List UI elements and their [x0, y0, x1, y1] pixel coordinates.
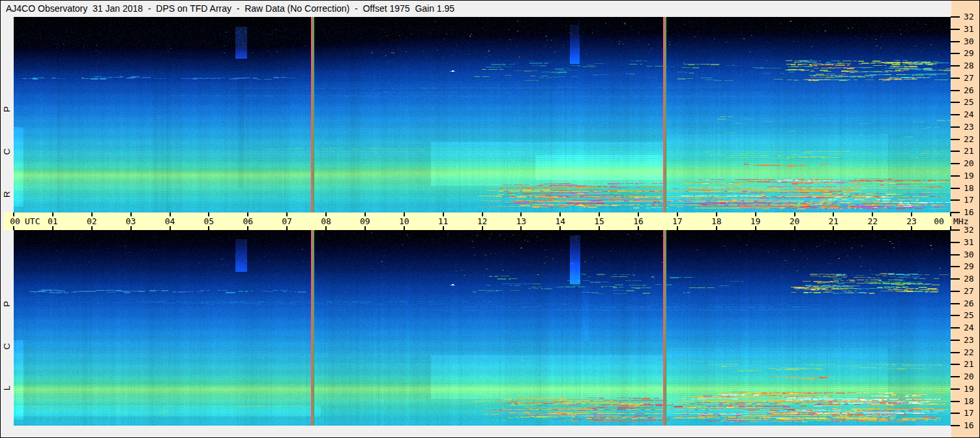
- freq-label: 30: [964, 36, 974, 46]
- freq-tick: [951, 102, 960, 103]
- hour-label: 15: [594, 216, 604, 226]
- hour-tick: [833, 226, 834, 230]
- freq-label: 32: [964, 12, 974, 22]
- hour-tick: [208, 226, 209, 230]
- hour-tick: [911, 226, 912, 230]
- lcp-spectrogram-panel: [14, 230, 951, 426]
- hour-tick: [677, 226, 678, 230]
- freq-label: 25: [964, 310, 974, 320]
- hour-label: 05: [204, 216, 215, 226]
- freq-label: 17: [964, 408, 974, 418]
- freq-label: 22: [964, 347, 974, 357]
- freq-tick: [951, 188, 960, 189]
- hour-tick: [170, 226, 171, 230]
- freq-label: 21: [964, 146, 974, 156]
- hour-tick: [638, 226, 639, 230]
- hour-tick: [599, 226, 600, 230]
- hour-tick: [520, 226, 522, 230]
- freq-label: 18: [964, 183, 974, 193]
- freq-label: 16: [964, 420, 974, 430]
- page-title: AJ4CO Observatory 31 Jan 2018 - DPS on T…: [6, 3, 454, 14]
- freq-label: 32: [964, 225, 974, 235]
- freq-tick: [951, 41, 960, 42]
- rcp-spectrogram-panel: [14, 17, 951, 212]
- hour-tick: [91, 226, 93, 230]
- hour-label: 22: [867, 216, 878, 226]
- hour-tick: [325, 226, 327, 230]
- hour-label: 09: [360, 216, 370, 226]
- freq-tick: [951, 78, 960, 79]
- hour-label: 01: [48, 216, 58, 226]
- freq-tick: [951, 65, 960, 66]
- freq-tick: [951, 401, 960, 402]
- spectrogram-app-frame: AJ4CO Observatory 31 Jan 2018 - DPS on T…: [0, 0, 980, 438]
- freq-label: 30: [964, 250, 974, 259]
- hour-label: 13: [516, 216, 527, 226]
- hour-label: 14: [555, 216, 565, 226]
- freq-tick: [951, 229, 960, 231]
- freq-label: 17: [964, 195, 974, 205]
- freq-label: 24: [964, 110, 974, 119]
- freq-label: 21: [964, 359, 974, 369]
- hour-tick: [130, 226, 132, 230]
- hour-label: 17: [672, 216, 683, 226]
- freq-label: 25: [964, 97, 974, 107]
- freq-tick: [951, 413, 960, 414]
- freq-tick: [951, 315, 960, 316]
- hour-label: 00: [10, 216, 20, 226]
- hour-tick: [482, 226, 483, 230]
- freq-label: 28: [964, 61, 974, 70]
- hour-label: 18: [711, 216, 722, 226]
- hour-tick: [443, 226, 444, 230]
- hour-tick: [794, 226, 795, 230]
- freq-label: 18: [964, 396, 974, 406]
- freq-tick: [951, 29, 960, 30]
- hour-label: 08: [321, 216, 331, 226]
- freq-tick: [951, 254, 960, 256]
- hour-label: 07: [282, 216, 292, 226]
- hour-tick: [755, 226, 756, 230]
- hour-label: 11: [438, 216, 449, 226]
- freq-tick: [951, 376, 960, 377]
- freq-tick: [951, 90, 960, 91]
- freq-label: 27: [964, 286, 974, 296]
- time-axis: UTC 000102030405060708091011121314151617…: [3, 212, 951, 230]
- freq-label: 20: [964, 158, 974, 168]
- freq-tick: [951, 114, 960, 115]
- freq-tick: [951, 212, 960, 213]
- freq-label: 29: [964, 48, 974, 58]
- freq-tick: [951, 126, 960, 128]
- freq-tick: [951, 388, 960, 390]
- freq-tick: [951, 266, 960, 267]
- freq-tick: [951, 291, 960, 292]
- freq-label: 26: [964, 85, 974, 95]
- hour-label: 16: [633, 216, 644, 226]
- freq-tick: [951, 327, 960, 328]
- freq-label: 16: [964, 207, 974, 217]
- freq-label: 23: [964, 122, 974, 132]
- hour-tick: [559, 226, 561, 230]
- freq-tick: [951, 199, 960, 201]
- hour-label: 06: [243, 216, 253, 226]
- freq-tick: [951, 16, 960, 18]
- freq-label: 19: [964, 384, 974, 394]
- hour-tick: [52, 226, 53, 230]
- hour-label: 10: [399, 216, 409, 226]
- hour-label: 04: [165, 216, 175, 226]
- title-bar: AJ4CO Observatory 31 Jan 2018 - DPS on T…: [1, 1, 950, 16]
- hour-tick: [404, 226, 405, 230]
- rcp-panel-label: R C P: [1, 89, 12, 198]
- freq-tick: [951, 352, 960, 353]
- freq-label: 27: [964, 73, 974, 83]
- hour-tick: [364, 226, 366, 230]
- freq-label: 28: [964, 274, 974, 284]
- hour-label: 21: [829, 216, 839, 226]
- hour-label: 03: [126, 216, 136, 226]
- hour-tick: [247, 226, 248, 230]
- freq-label: 24: [964, 323, 974, 332]
- hour-label: 23: [906, 216, 917, 226]
- freq-tick: [951, 139, 960, 140]
- freq-label: 20: [964, 372, 974, 381]
- freq-label: 19: [964, 171, 974, 181]
- freq-tick: [951, 364, 960, 365]
